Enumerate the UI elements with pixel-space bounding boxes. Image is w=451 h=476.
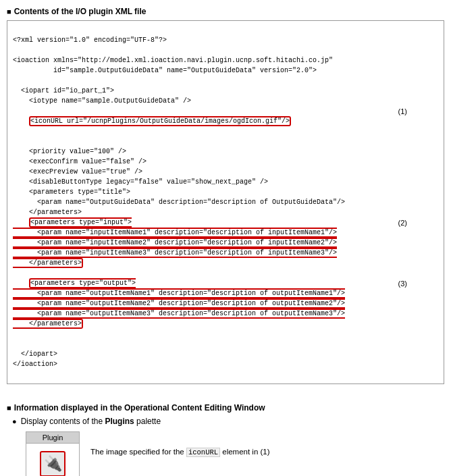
xml-end: </iopart> </ioaction> — [13, 350, 57, 368]
xml-lines-middle: <priority value="100" /> <execConfirm va… — [13, 148, 345, 216]
plugin-palette-icon-area: 🔌 — [26, 444, 79, 476]
section2-title: Information displayed in the Operational… — [7, 403, 444, 413]
plugins-palette-section: ● Display contents of the Plugins palett… — [7, 417, 444, 476]
plugins-palette-bullet: ● Display contents of the Plugins palett… — [12, 417, 444, 426]
annotation-3-label: (3) — [398, 278, 407, 290]
bullet-text: Display contents of the Plugins palette — [21, 417, 161, 426]
puzzle-icon: 🔌 — [44, 455, 62, 473]
plugin-palette-box: Plugin 🔌 — [26, 431, 80, 476]
plugin-palette-header: Plugin — [26, 432, 79, 444]
page-container: Contents of the I/O plugin XML file <?xm… — [7, 7, 444, 476]
annotation-2-label: (2) — [398, 217, 407, 229]
xml-box: <?xml version="1.0" encoding="UTF-8"?> <… — [7, 20, 444, 384]
bullet-dot: ● — [12, 417, 17, 425]
xml-input-block: <parameters type="input"> <param name="i… — [13, 217, 410, 268]
xml-content-area: <?xml version="1.0" encoding="UTF-8"?> <… — [7, 20, 444, 394]
xml-line-iconurl: <iconURL url="/ucnpPlugins/OutputGuideDa… — [13, 106, 410, 126]
palette-display-area: Plugin 🔌 The image specified for the ico… — [26, 431, 444, 476]
xml-line-3: <iopart id="io_part_1"> <iotype name="sa… — [13, 87, 191, 105]
section1-title: Contents of the I/O plugin XML file — [7, 7, 444, 16]
xml-line-1: <?xml version="1.0" encoding="UTF-8"?> — [13, 36, 167, 44]
palette-description: The image specified for the iconURL elem… — [90, 431, 270, 458]
xml-line-2: <ioaction xmlns="http://model.xml.ioacti… — [13, 57, 333, 74]
annotation-1-label: (1) — [398, 106, 407, 117]
plugin-icon: 🔌 — [40, 451, 65, 476]
xml-output-block: <parameters type="output"> <param name="… — [13, 278, 410, 329]
